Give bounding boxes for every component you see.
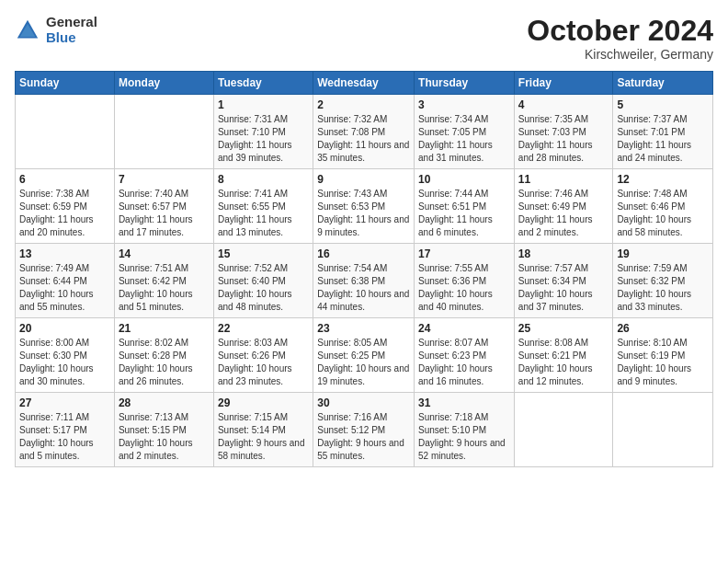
week-row-2: 13Sunrise: 7:49 AM Sunset: 6:44 PM Dayli…	[16, 244, 713, 318]
day-info: Sunrise: 7:46 AM Sunset: 6:49 PM Dayligh…	[518, 188, 609, 239]
day-cell: 22Sunrise: 8:03 AM Sunset: 6:26 PM Dayli…	[213, 318, 313, 393]
header-row: SundayMondayTuesdayWednesdayThursdayFrid…	[16, 72, 713, 95]
day-info: Sunrise: 7:55 AM Sunset: 6:36 PM Dayligh…	[418, 262, 510, 314]
day-number: 6	[19, 173, 110, 186]
day-cell	[514, 393, 613, 467]
day-cell: 4Sunrise: 7:35 AM Sunset: 7:03 PM Daylig…	[514, 95, 613, 169]
header-day-tuesday: Tuesday	[213, 72, 313, 95]
day-number: 13	[19, 247, 110, 260]
title-block: October 2024 Kirschweiler, Germany	[527, 15, 713, 62]
day-number: 20	[19, 322, 110, 335]
day-number: 21	[119, 322, 210, 335]
day-info: Sunrise: 7:49 AM Sunset: 6:44 PM Dayligh…	[19, 262, 110, 314]
logo-text: General Blue	[46, 15, 97, 45]
day-info: Sunrise: 7:11 AM Sunset: 5:17 PM Dayligh…	[19, 411, 110, 463]
day-number: 31	[418, 396, 510, 409]
month-title: October 2024	[527, 15, 713, 47]
day-info: Sunrise: 7:44 AM Sunset: 6:51 PM Dayligh…	[418, 188, 510, 239]
day-cell: 24Sunrise: 8:07 AM Sunset: 6:23 PM Dayli…	[415, 318, 515, 393]
day-cell: 25Sunrise: 8:08 AM Sunset: 6:21 PM Dayli…	[514, 318, 613, 393]
day-number: 7	[119, 173, 210, 186]
day-number: 19	[617, 247, 709, 260]
day-number: 17	[418, 247, 510, 260]
day-cell: 21Sunrise: 8:02 AM Sunset: 6:28 PM Dayli…	[114, 318, 213, 393]
day-number: 14	[119, 247, 210, 260]
day-info: Sunrise: 7:15 AM Sunset: 5:14 PM Dayligh…	[218, 411, 309, 463]
day-number: 28	[119, 396, 210, 409]
header-day-saturday: Saturday	[613, 72, 713, 95]
day-number: 9	[317, 173, 410, 186]
day-number: 11	[518, 173, 609, 186]
day-info: Sunrise: 7:57 AM Sunset: 6:34 PM Dayligh…	[518, 262, 609, 314]
logo-blue: Blue	[46, 30, 97, 46]
day-info: Sunrise: 7:16 AM Sunset: 5:12 PM Dayligh…	[317, 411, 410, 463]
day-number: 1	[218, 98, 309, 111]
day-cell: 28Sunrise: 7:13 AM Sunset: 5:15 PM Dayli…	[114, 393, 213, 467]
day-cell: 15Sunrise: 7:52 AM Sunset: 6:40 PM Dayli…	[213, 244, 313, 318]
logo-icon	[15, 17, 40, 43]
day-cell: 5Sunrise: 7:37 AM Sunset: 7:01 PM Daylig…	[613, 95, 713, 169]
day-info: Sunrise: 7:43 AM Sunset: 6:53 PM Dayligh…	[317, 188, 410, 239]
day-cell	[613, 393, 713, 467]
day-info: Sunrise: 7:59 AM Sunset: 6:32 PM Dayligh…	[617, 262, 709, 314]
header-day-thursday: Thursday	[415, 72, 515, 95]
day-info: Sunrise: 7:41 AM Sunset: 6:55 PM Dayligh…	[218, 188, 309, 239]
day-cell	[114, 95, 213, 169]
day-cell: 31Sunrise: 7:18 AM Sunset: 5:10 PM Dayli…	[415, 393, 515, 467]
day-cell: 26Sunrise: 8:10 AM Sunset: 6:19 PM Dayli…	[613, 318, 713, 393]
day-info: Sunrise: 7:32 AM Sunset: 7:08 PM Dayligh…	[317, 113, 410, 165]
day-number: 2	[317, 98, 410, 111]
day-cell: 9Sunrise: 7:43 AM Sunset: 6:53 PM Daylig…	[313, 169, 415, 244]
day-info: Sunrise: 8:10 AM Sunset: 6:19 PM Dayligh…	[617, 337, 709, 388]
calendar-table: SundayMondayTuesdayWednesdayThursdayFrid…	[15, 71, 713, 467]
day-cell: 29Sunrise: 7:15 AM Sunset: 5:14 PM Dayli…	[213, 393, 313, 467]
day-cell: 6Sunrise: 7:38 AM Sunset: 6:59 PM Daylig…	[16, 169, 115, 244]
day-cell	[16, 95, 115, 169]
day-info: Sunrise: 7:54 AM Sunset: 6:38 PM Dayligh…	[317, 262, 410, 314]
page-header: General Blue October 2024 Kirschweiler, …	[15, 15, 713, 62]
day-info: Sunrise: 7:52 AM Sunset: 6:40 PM Dayligh…	[218, 262, 309, 314]
day-cell: 7Sunrise: 7:40 AM Sunset: 6:57 PM Daylig…	[114, 169, 213, 244]
day-info: Sunrise: 7:31 AM Sunset: 7:10 PM Dayligh…	[218, 113, 309, 165]
day-cell: 19Sunrise: 7:59 AM Sunset: 6:32 PM Dayli…	[613, 244, 713, 318]
day-number: 18	[518, 247, 609, 260]
day-number: 15	[218, 247, 309, 260]
day-number: 8	[218, 173, 309, 186]
day-info: Sunrise: 7:34 AM Sunset: 7:05 PM Dayligh…	[418, 113, 510, 165]
week-row-4: 27Sunrise: 7:11 AM Sunset: 5:17 PM Dayli…	[16, 393, 713, 467]
day-number: 24	[418, 322, 510, 335]
day-info: Sunrise: 8:03 AM Sunset: 6:26 PM Dayligh…	[218, 337, 309, 388]
day-number: 3	[418, 98, 510, 111]
location: Kirschweiler, Germany	[527, 47, 713, 62]
day-info: Sunrise: 7:18 AM Sunset: 5:10 PM Dayligh…	[418, 411, 510, 463]
day-info: Sunrise: 7:13 AM Sunset: 5:15 PM Dayligh…	[119, 411, 210, 463]
day-cell: 17Sunrise: 7:55 AM Sunset: 6:36 PM Dayli…	[415, 244, 515, 318]
calendar-header: SundayMondayTuesdayWednesdayThursdayFrid…	[16, 72, 713, 95]
day-cell: 8Sunrise: 7:41 AM Sunset: 6:55 PM Daylig…	[213, 169, 313, 244]
day-cell: 20Sunrise: 8:00 AM Sunset: 6:30 PM Dayli…	[16, 318, 115, 393]
day-info: Sunrise: 8:05 AM Sunset: 6:25 PM Dayligh…	[317, 337, 410, 388]
day-cell: 1Sunrise: 7:31 AM Sunset: 7:10 PM Daylig…	[213, 95, 313, 169]
calendar-body: 1Sunrise: 7:31 AM Sunset: 7:10 PM Daylig…	[16, 95, 713, 467]
day-cell: 11Sunrise: 7:46 AM Sunset: 6:49 PM Dayli…	[514, 169, 613, 244]
logo: General Blue	[15, 15, 97, 45]
week-row-3: 20Sunrise: 8:00 AM Sunset: 6:30 PM Dayli…	[16, 318, 713, 393]
header-day-friday: Friday	[514, 72, 613, 95]
day-cell: 10Sunrise: 7:44 AM Sunset: 6:51 PM Dayli…	[415, 169, 515, 244]
day-info: Sunrise: 7:38 AM Sunset: 6:59 PM Dayligh…	[19, 188, 110, 239]
day-cell: 13Sunrise: 7:49 AM Sunset: 6:44 PM Dayli…	[16, 244, 115, 318]
day-number: 27	[19, 396, 110, 409]
day-number: 26	[617, 322, 709, 335]
day-cell: 14Sunrise: 7:51 AM Sunset: 6:42 PM Dayli…	[114, 244, 213, 318]
day-cell: 3Sunrise: 7:34 AM Sunset: 7:05 PM Daylig…	[415, 95, 515, 169]
day-info: Sunrise: 7:51 AM Sunset: 6:42 PM Dayligh…	[119, 262, 210, 314]
day-info: Sunrise: 8:07 AM Sunset: 6:23 PM Dayligh…	[418, 337, 510, 388]
day-number: 22	[218, 322, 309, 335]
day-info: Sunrise: 8:02 AM Sunset: 6:28 PM Dayligh…	[119, 337, 210, 388]
week-row-0: 1Sunrise: 7:31 AM Sunset: 7:10 PM Daylig…	[16, 95, 713, 169]
day-info: Sunrise: 8:08 AM Sunset: 6:21 PM Dayligh…	[518, 337, 609, 388]
day-info: Sunrise: 7:48 AM Sunset: 6:46 PM Dayligh…	[617, 188, 709, 239]
week-row-1: 6Sunrise: 7:38 AM Sunset: 6:59 PM Daylig…	[16, 169, 713, 244]
day-number: 10	[418, 173, 510, 186]
day-cell: 12Sunrise: 7:48 AM Sunset: 6:46 PM Dayli…	[613, 169, 713, 244]
